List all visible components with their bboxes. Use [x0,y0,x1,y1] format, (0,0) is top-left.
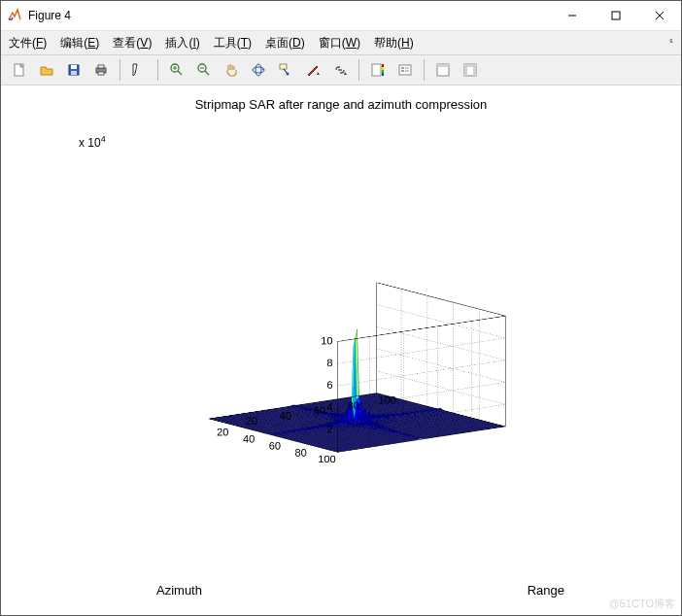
toolbar-separator [358,59,359,81]
menu-h[interactable]: 帮助(H) [374,35,414,51]
y-axis-label: Azimuth [156,583,202,598]
titlebar: Figure 4 [1,1,681,31]
edit-plot-button[interactable] [126,57,152,83]
zoom-out-button[interactable] [191,57,217,83]
colorbar-button[interactable] [365,57,391,83]
new-figure-button[interactable] [7,57,32,83]
svg-rect-11 [98,72,104,75]
brush-button[interactable] [300,57,325,83]
maximize-button[interactable] [594,1,637,30]
menu-d[interactable]: 桌面(D) [265,35,305,51]
svg-point-23 [287,73,290,76]
data-cursor-button[interactable] [273,57,298,83]
chart-title: Stripmap SAR after range and azimuth com… [1,97,681,112]
svg-rect-26 [382,67,384,70]
svg-rect-38 [464,64,467,76]
menu-w[interactable]: 窗口(W) [319,35,360,51]
hide-plot-tools-button[interactable] [430,57,456,83]
svg-rect-25 [382,64,384,67]
svg-rect-28 [382,73,384,76]
toolbar-separator [119,59,120,81]
menubar: 文件(F)编辑(E)查看(V)插入(I)工具(T)桌面(D)窗口(W)帮助(H)… [1,31,681,55]
pan-button[interactable] [219,57,244,83]
chevron-down-icon[interactable]: ˢ [669,37,673,48]
rotate-3d-button[interactable] [246,57,271,83]
svg-point-20 [256,64,261,76]
show-plot-tools-button[interactable] [458,57,483,83]
open-button[interactable] [34,57,59,83]
svg-rect-7 [71,65,77,69]
svg-rect-24 [372,64,381,76]
menu-e[interactable]: 编辑(E) [60,35,99,51]
toolbar-separator [157,59,158,81]
menu-v[interactable]: 查看(V) [113,35,152,51]
x-axis-label: Range [528,583,564,598]
svg-rect-35 [437,64,449,67]
svg-rect-1 [612,12,620,19]
svg-line-17 [205,71,209,75]
toolbar-separator [424,59,425,81]
svg-rect-27 [382,70,384,73]
svg-rect-8 [71,71,77,75]
figure-window: Figure 4 文件(F)编辑(E)查看(V)插入(I)工具(T)桌面(D)窗… [0,0,682,616]
minimize-button[interactable] [550,1,594,30]
save-button[interactable] [61,57,86,83]
print-button[interactable] [88,57,114,83]
zoom-in-button[interactable] [164,57,189,83]
svg-rect-21 [280,64,287,69]
menu-f[interactable]: 文件(F) [9,35,47,51]
menu-t[interactable]: 工具(T) [214,35,252,51]
svg-rect-39 [473,64,476,76]
watermark: @51CTO博客 [609,597,675,611]
svg-line-13 [178,71,182,75]
svg-rect-10 [98,65,104,68]
svg-rect-29 [399,65,411,75]
axes-3d[interactable]: Stripmap SAR after range and azimuth com… [1,86,681,615]
window-title: Figure 4 [28,9,71,22]
link-plot-button[interactable] [327,57,353,83]
legend-button[interactable] [392,57,418,83]
menu-i[interactable]: 插入(I) [165,35,199,51]
matlab-icon [7,8,22,23]
toolbar [1,55,681,86]
surface-plot [59,124,652,576]
close-button[interactable] [637,1,681,30]
